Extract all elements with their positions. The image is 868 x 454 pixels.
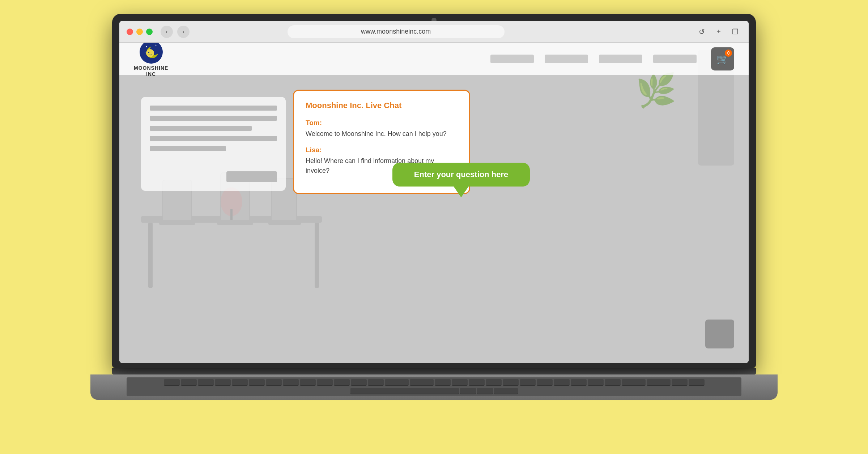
key[interactable]: [300, 379, 316, 386]
logo-icon: [140, 43, 163, 64]
key[interactable]: [537, 379, 553, 386]
key[interactable]: [622, 379, 646, 386]
content-line-3: [150, 126, 252, 131]
laptop-base: [90, 374, 778, 400]
svg-point-14: [145, 52, 145, 53]
key[interactable]: [266, 379, 282, 386]
key[interactable]: [689, 379, 705, 386]
key[interactable]: [605, 379, 621, 386]
content-line-1: [150, 106, 277, 111]
cart-badge: 0: [725, 50, 732, 57]
content-card: [141, 97, 286, 191]
nav-items: [490, 55, 697, 63]
back-button[interactable]: ‹: [161, 26, 173, 38]
website-content: 🌿: [119, 43, 749, 363]
content-line-4: [150, 136, 277, 141]
svg-point-12: [155, 45, 156, 46]
screen-inner: ‹ › www.moonshineinc.com ↺ + ❐: [119, 21, 749, 363]
key[interactable]: [588, 379, 604, 386]
reload-button[interactable]: ↺: [696, 26, 708, 38]
chat-message-tom: Tom: Welcome to Moonshine Inc. How can I…: [306, 119, 458, 139]
duplicate-icon: ❐: [732, 27, 739, 36]
svg-point-18: [148, 52, 149, 53]
browser-chrome: ‹ › www.moonshineinc.com ↺ + ❐: [119, 21, 749, 43]
nav-item-2[interactable]: [545, 55, 588, 63]
nav-item-4[interactable]: [653, 55, 697, 63]
close-window-button[interactable]: [127, 29, 133, 35]
forward-icon: ›: [182, 29, 184, 35]
key[interactable]: [283, 379, 299, 386]
minimize-window-button[interactable]: [136, 29, 143, 35]
key[interactable]: [452, 379, 468, 386]
speech-bubble-text: Enter your question here: [403, 170, 520, 179]
key[interactable]: [317, 379, 333, 386]
key[interactable]: [334, 379, 350, 386]
key[interactable]: [351, 379, 367, 386]
key[interactable]: [215, 379, 231, 386]
chat-sender-lisa: Lisa:: [306, 146, 458, 154]
chat-title: Moonshine Inc. Live Chat: [306, 101, 458, 110]
browser-actions: ↺ + ❐: [696, 26, 741, 38]
screen-bezel: ‹ › www.moonshineinc.com ↺ + ❐: [112, 14, 756, 368]
key[interactable]: [410, 379, 434, 386]
key[interactable]: [385, 379, 409, 386]
svg-point-17: [146, 49, 154, 57]
reload-icon: ↺: [699, 27, 705, 36]
key[interactable]: [477, 388, 493, 394]
maximize-window-button[interactable]: [146, 29, 153, 35]
logo-area: MOONSHINE INC: [134, 43, 168, 77]
content-button[interactable]: [226, 171, 277, 182]
key[interactable]: [647, 379, 671, 386]
chat-widget[interactable]: Moonshine Inc. Live Chat Tom: Welcome to…: [293, 90, 470, 194]
keyboard-area: [127, 377, 741, 396]
laptop: ‹ › www.moonshineinc.com ↺ + ❐: [90, 14, 778, 440]
new-tab-button[interactable]: +: [712, 26, 725, 38]
key[interactable]: [469, 379, 485, 386]
chat-sender-tom: Tom:: [306, 119, 458, 127]
nav-item-1[interactable]: [490, 55, 534, 63]
forward-button[interactable]: ›: [177, 26, 190, 38]
duplicate-tab-button[interactable]: ❐: [729, 26, 741, 38]
key[interactable]: [460, 388, 476, 394]
speech-bubble[interactable]: Enter your question here: [392, 163, 530, 187]
key[interactable]: [164, 379, 180, 386]
chat-message-lisa: Lisa: Hello! Where can I find informatio…: [306, 146, 458, 176]
key[interactable]: [571, 379, 587, 386]
content-line-2: [150, 116, 277, 121]
key[interactable]: [368, 379, 384, 386]
address-bar[interactable]: www.moonshineinc.com: [288, 25, 505, 38]
website-header: MOONSHINE INC 🛒 0: [119, 43, 749, 75]
spacebar-key[interactable]: [350, 388, 459, 394]
key[interactable]: [181, 379, 197, 386]
new-tab-icon: +: [716, 27, 721, 36]
key[interactable]: [672, 379, 688, 386]
laptop-hinge: [112, 368, 756, 374]
key[interactable]: [503, 379, 519, 386]
key[interactable]: [198, 379, 214, 386]
key[interactable]: [494, 388, 518, 394]
key[interactable]: [435, 379, 451, 386]
key[interactable]: [249, 379, 265, 386]
url-text: www.moonshineinc.com: [361, 28, 431, 35]
key[interactable]: [554, 379, 570, 386]
chat-text-tom: Welcome to Moonshine Inc. How can I help…: [306, 129, 458, 139]
cart-button[interactable]: 🛒 0: [711, 47, 734, 70]
back-icon: ‹: [166, 29, 167, 35]
nav-item-3[interactable]: [599, 55, 642, 63]
content-line-5: [150, 146, 226, 151]
traffic-lights: [127, 29, 153, 35]
key[interactable]: [232, 379, 248, 386]
key[interactable]: [486, 379, 502, 386]
key[interactable]: [520, 379, 536, 386]
main-content: Moonshine Inc. Live Chat Tom: Welcome to…: [119, 75, 749, 363]
svg-point-11: [146, 46, 147, 47]
